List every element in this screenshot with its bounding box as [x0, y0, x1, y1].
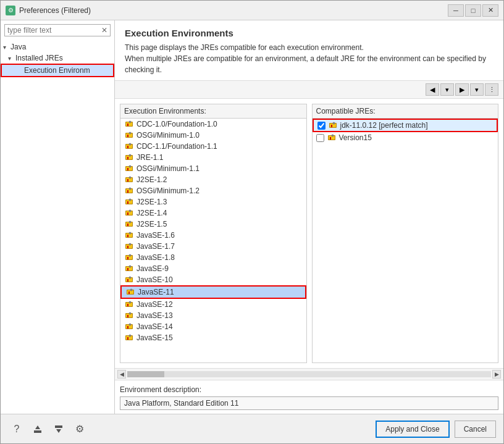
- list-item[interactable]: JavaSE-10: [120, 274, 306, 285]
- search-box[interactable]: ✕: [4, 24, 111, 36]
- list-item[interactable]: JavaSE-9: [120, 263, 306, 274]
- svg-rect-35: [129, 210, 131, 212]
- scroll-left-button[interactable]: ◀: [117, 370, 126, 379]
- close-button[interactable]: ✕: [482, 4, 498, 17]
- svg-rect-61: [127, 290, 133, 294]
- svg-rect-22: [127, 179, 128, 182]
- svg-rect-53: [126, 267, 132, 270]
- list-item[interactable]: JavaSE-1.7: [120, 241, 306, 252]
- list-item[interactable]: CDC-1.0/Foundation-1.0: [120, 119, 306, 130]
- list-item[interactable]: OSGi/Minimum-1.0: [120, 130, 306, 141]
- cancel-button[interactable]: Cancel: [455, 421, 496, 438]
- jre-icon: [124, 333, 134, 342]
- exec-env-item-text: JavaSE-11: [138, 288, 174, 296]
- horizontal-scrollbar[interactable]: ◀ ▶: [115, 368, 503, 380]
- svg-rect-75: [129, 324, 131, 325]
- compatible-jre-version15-checkbox[interactable]: [316, 134, 324, 142]
- exec-env-item-javase11[interactable]: JavaSE-11: [120, 285, 306, 299]
- exec-env-item-text: JavaSE-1.8: [136, 253, 175, 262]
- nav-more-button[interactable]: ⋮: [485, 83, 498, 96]
- list-item[interactable]: OSGi/Minimum-1.2: [120, 185, 306, 196]
- exec-env-item-text: JRE-1.1: [136, 153, 163, 162]
- jre-icon: [327, 133, 337, 142]
- svg-rect-25: [126, 189, 132, 193]
- svg-rect-54: [127, 268, 128, 270]
- compatible-jres-list-section: Compatible JREs: jdk-11.0.12 [perfect ma…: [312, 104, 499, 363]
- jre-icon: [124, 242, 134, 251]
- search-clear-icon[interactable]: ✕: [100, 26, 109, 35]
- exec-env-item-text: CDC-1.0/Foundation-1.0: [136, 120, 217, 128]
- import-button[interactable]: [50, 421, 67, 438]
- title-bar-left: ⚙ Preferences (Filtered): [6, 6, 91, 15]
- main-header: Execution Environments This page display…: [115, 20, 503, 81]
- exec-env-list-content[interactable]: CDC-1.0/Foundation-1.0 OSGi/Minimum-1.0: [120, 119, 306, 362]
- svg-rect-34: [127, 212, 128, 215]
- sidebar: ✕ ▾ Java ▾ Installed JREs Execution Envi…: [1, 20, 115, 414]
- svg-rect-70: [127, 315, 128, 317]
- sidebar-item-installed-jres[interactable]: ▾ Installed JREs: [1, 52, 114, 64]
- list-item[interactable]: JavaSE-1.6: [120, 230, 306, 241]
- exec-env-item-text: JavaSE-10: [136, 275, 173, 284]
- svg-rect-11: [129, 143, 131, 145]
- minimize-button[interactable]: ─: [448, 4, 464, 17]
- svg-rect-39: [129, 221, 131, 223]
- sidebar-item-java[interactable]: ▾ Java: [1, 41, 114, 52]
- bottom-icons: ? ⚙: [8, 421, 88, 438]
- svg-rect-62: [128, 291, 130, 294]
- list-item[interactable]: JavaSE-15: [120, 332, 306, 343]
- svg-rect-65: [126, 303, 132, 306]
- maximize-button[interactable]: □: [465, 4, 481, 17]
- jre-icon: [124, 322, 134, 331]
- nav-dropdown2-button[interactable]: ▾: [470, 83, 484, 96]
- svg-rect-43: [129, 232, 131, 234]
- svg-rect-3: [129, 121, 131, 123]
- sidebar-item-exec-env-label: Execution Environm: [24, 66, 90, 75]
- list-item[interactable]: J2SE-1.4: [120, 207, 306, 219]
- jre-icon: [124, 220, 134, 228]
- list-item[interactable]: CDC-1.1/Foundation-1.1: [120, 141, 306, 152]
- list-item[interactable]: J2SE-1.2: [120, 174, 306, 185]
- export-button[interactable]: [29, 421, 46, 438]
- svg-rect-83: [333, 122, 335, 124]
- preferences-button[interactable]: ⚙: [71, 421, 88, 438]
- compatible-jre-jdk11-checkbox[interactable]: [317, 122, 326, 130]
- main-desc-line2: When multiple JREs are compatible for an…: [125, 53, 494, 75]
- search-input[interactable]: [7, 26, 100, 35]
- scroll-right-button[interactable]: ▶: [492, 370, 501, 379]
- jre-icon: [125, 288, 135, 296]
- svg-rect-88: [34, 430, 41, 432]
- compatible-jre-version15[interactable]: Version15: [313, 132, 498, 143]
- list-item[interactable]: JRE-1.1: [120, 152, 306, 163]
- list-item[interactable]: JavaSE-14: [120, 321, 306, 332]
- list-item[interactable]: J2SE-1.5: [120, 219, 306, 230]
- svg-rect-50: [127, 257, 128, 259]
- scroll-track[interactable]: [127, 371, 491, 377]
- sidebar-item-execution-environments[interactable]: Execution Environm: [1, 64, 114, 77]
- compatible-jres-content[interactable]: jdk-11.0.12 [perfect match] Version15: [313, 119, 498, 362]
- svg-rect-15: [129, 154, 131, 156]
- env-desc-input[interactable]: [120, 396, 498, 410]
- lists-area: Execution Environments: CDC-1.0/Foundati…: [115, 99, 503, 368]
- list-item[interactable]: OSGi/Minimum-1.1: [120, 163, 306, 174]
- nav-forward-button[interactable]: ▶: [455, 83, 469, 96]
- exec-env-item-text: JavaSE-14: [136, 322, 173, 331]
- list-item[interactable]: JavaSE-1.8: [120, 252, 306, 263]
- bottom-bar: ? ⚙ Apply and Close Cancel: [1, 414, 503, 443]
- list-item[interactable]: JavaSE-12: [120, 299, 306, 310]
- compatible-jre-jdk11[interactable]: jdk-11.0.12 [perfect match]: [313, 119, 498, 132]
- nav-dropdown-button[interactable]: ▾: [440, 83, 454, 96]
- nav-back-button[interactable]: ◀: [426, 83, 439, 96]
- svg-rect-89: [34, 432, 41, 433]
- jre-icon: [124, 209, 134, 217]
- exec-env-list-section: Execution Environments: CDC-1.0/Foundati…: [120, 104, 307, 363]
- svg-rect-51: [129, 254, 131, 256]
- env-desc-area: Environment description:: [115, 380, 503, 414]
- exec-env-item-text: J2SE-1.2: [136, 175, 167, 184]
- exec-env-item-text: OSGi/Minimum-1.0: [136, 131, 200, 140]
- help-button[interactable]: ?: [8, 421, 25, 438]
- list-item[interactable]: J2SE-1.3: [120, 196, 306, 207]
- apply-and-close-button[interactable]: Apply and Close: [376, 421, 449, 438]
- scroll-thumb[interactable]: [127, 371, 164, 377]
- svg-rect-47: [129, 243, 131, 245]
- list-item[interactable]: JavaSE-13: [120, 310, 306, 321]
